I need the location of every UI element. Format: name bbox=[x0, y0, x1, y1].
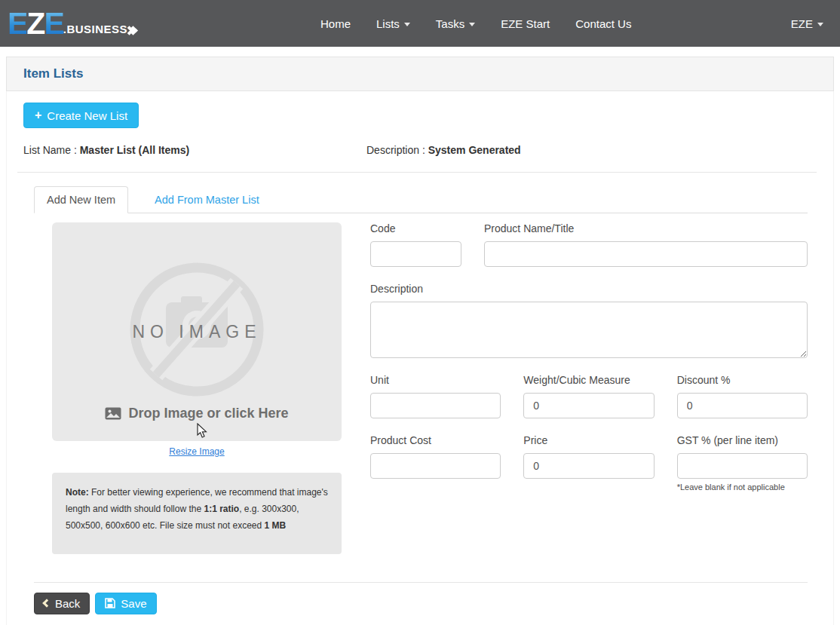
gst-field-group: GST % (per line item) *Leave blank if no… bbox=[677, 434, 808, 492]
eze-business-logo[interactable]: EZE .BUSINESS bbox=[8, 10, 136, 38]
resize-image-link[interactable]: Resize Image bbox=[169, 446, 224, 457]
discount-label: Discount % bbox=[677, 374, 808, 386]
product-name-input[interactable] bbox=[484, 241, 808, 267]
product-name-label: Product Name/Title bbox=[484, 222, 808, 234]
tab-section: Add New Item Add From Master List bbox=[34, 186, 808, 614]
footer-actions: Back Save bbox=[34, 593, 808, 614]
discount-input[interactable] bbox=[677, 393, 808, 418]
description-field-group: Description bbox=[370, 283, 808, 358]
chevron-left-icon bbox=[42, 599, 51, 607]
tab-add-from-master-list[interactable]: Add From Master List bbox=[142, 186, 272, 213]
list-description-value: System Generated bbox=[428, 144, 521, 156]
unit-label: Unit bbox=[370, 374, 501, 386]
no-image-text: NO IMAGE bbox=[52, 322, 342, 342]
caret-down-icon bbox=[469, 23, 475, 26]
save-icon bbox=[105, 598, 115, 608]
page-title: Item Lists bbox=[23, 66, 817, 81]
list-description-field: Description : System Generated bbox=[366, 144, 521, 156]
create-new-list-button[interactable]: + Create New List bbox=[23, 103, 139, 128]
panel-body: + Create New List List Name : Master Lis… bbox=[6, 91, 834, 625]
price-field-group: Price bbox=[523, 434, 654, 492]
navbar: EZE .BUSINESS Home Lists Tasks EZE Start… bbox=[0, 0, 840, 47]
divider bbox=[17, 172, 817, 173]
plus-icon: + bbox=[35, 109, 41, 122]
nav-menu: Home Lists Tasks EZE Start Contact Us bbox=[320, 0, 631, 47]
double-chevron-right-icon bbox=[129, 27, 136, 34]
logo-suffix: .BUSINESS bbox=[63, 23, 127, 35]
tab-bar: Add New Item Add From Master List bbox=[34, 186, 808, 213]
code-field-group: Code bbox=[370, 222, 461, 267]
discount-field-group: Discount % bbox=[677, 374, 808, 418]
caret-down-icon bbox=[817, 23, 823, 26]
nav-item-tasks[interactable]: Tasks bbox=[436, 17, 475, 30]
account-dropdown[interactable]: EZE bbox=[791, 17, 823, 30]
product-cost-input[interactable] bbox=[370, 453, 501, 479]
divider bbox=[34, 582, 808, 583]
image-dropzone[interactable]: NO IMAGE Drop Image or click Here bbox=[52, 222, 342, 441]
weight-input[interactable] bbox=[523, 393, 654, 418]
weight-label: Weight/Cubic Measure bbox=[523, 374, 654, 386]
save-button[interactable]: Save bbox=[95, 593, 156, 614]
item-form: Code Product Name/Title Description bbox=[370, 222, 808, 554]
mouse-cursor-icon bbox=[197, 423, 208, 439]
logo-text: EZE bbox=[8, 10, 63, 38]
nav-item-contact-us[interactable]: Contact Us bbox=[575, 17, 631, 30]
picture-icon bbox=[105, 407, 121, 420]
list-name-label: List Name : bbox=[23, 144, 77, 156]
code-input[interactable] bbox=[370, 241, 461, 267]
list-name-value: Master List (All Items) bbox=[80, 144, 189, 156]
product-cost-label: Product Cost bbox=[370, 434, 501, 446]
add-new-item-tab-panel: NO IMAGE Drop Image or click Here bbox=[34, 222, 808, 554]
description-label: Description bbox=[370, 283, 808, 295]
price-input[interactable] bbox=[523, 453, 654, 479]
price-label: Price bbox=[523, 434, 654, 446]
gst-label: GST % (per line item) bbox=[677, 434, 808, 446]
weight-field-group: Weight/Cubic Measure bbox=[523, 374, 654, 418]
nav-item-home[interactable]: Home bbox=[320, 17, 351, 30]
image-upload-column: NO IMAGE Drop Image or click Here bbox=[52, 222, 342, 554]
list-info-row: List Name : Master List (All Items) Desc… bbox=[23, 144, 817, 156]
drop-image-label: Drop Image or click Here bbox=[52, 406, 342, 421]
product-name-field-group: Product Name/Title bbox=[484, 222, 808, 267]
unit-field-group: Unit bbox=[370, 374, 501, 418]
list-name-field: List Name : Master List (All Items) bbox=[23, 144, 366, 156]
description-textarea[interactable] bbox=[370, 302, 808, 358]
nav-item-eze-start[interactable]: EZE Start bbox=[501, 17, 550, 30]
gst-hint: *Leave blank if not applicable bbox=[677, 483, 808, 492]
list-description-label: Description : bbox=[366, 144, 425, 156]
nav-item-lists[interactable]: Lists bbox=[376, 17, 410, 30]
item-lists-panel: Item Lists + Create New List List Name :… bbox=[6, 57, 834, 625]
caret-down-icon bbox=[404, 23, 410, 26]
tab-add-new-item[interactable]: Add New Item bbox=[34, 186, 128, 213]
image-note: Note: For better viewing experience, we … bbox=[52, 473, 342, 554]
code-label: Code bbox=[370, 222, 461, 234]
gst-input[interactable] bbox=[677, 453, 808, 479]
unit-input[interactable] bbox=[370, 393, 501, 418]
panel-heading: Item Lists bbox=[6, 57, 834, 91]
product-cost-field-group: Product Cost bbox=[370, 434, 501, 492]
back-button[interactable]: Back bbox=[34, 593, 90, 614]
